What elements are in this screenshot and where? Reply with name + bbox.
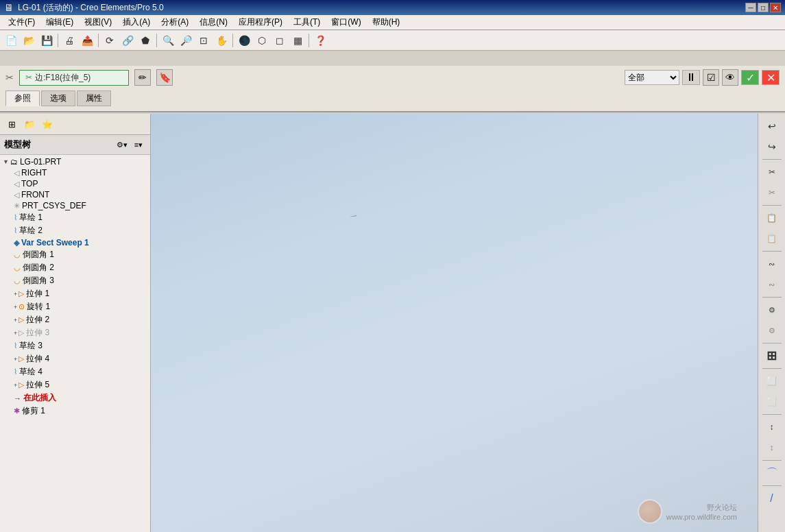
- tree-item-right[interactable]: ◁ RIGHT: [0, 167, 150, 178]
- regenerate-button[interactable]: ⟳: [101, 32, 118, 49]
- tree-item-sketch2[interactable]: ⌇ 草绘 2: [0, 224, 150, 237]
- tree-item-top[interactable]: ◁ TOP: [0, 178, 150, 189]
- export-button[interactable]: 📤: [79, 32, 95, 49]
- pan-button[interactable]: ✋: [213, 32, 230, 49]
- minimize-button[interactable]: ─: [745, 3, 756, 12]
- help-button[interactable]: ❓: [312, 32, 328, 49]
- tree-item-varsweep[interactable]: ◈ Var Sect Sweep 1: [0, 237, 150, 248]
- rotate-btn[interactable]: ↕: [761, 438, 783, 457]
- menu-window[interactable]: 窗口(W): [326, 15, 366, 29]
- expand-icon[interactable]: +: [14, 317, 17, 324]
- checkbox-button[interactable]: ☑: [703, 69, 719, 86]
- sketch-curve-btn[interactable]: ⌒: [761, 463, 783, 483]
- copy-button[interactable]: ✂: [761, 183, 783, 202]
- expand-icon[interactable]: +: [14, 356, 17, 363]
- move-btn[interactable]: ↕: [761, 418, 783, 437]
- menu-insert[interactable]: 插入(A): [117, 15, 156, 29]
- sidebar-icon2[interactable]: 📁: [22, 117, 37, 132]
- tree-item-extrude2[interactable]: + ▷ 拉伸 2: [0, 313, 150, 326]
- print-button[interactable]: 🖨: [61, 32, 77, 49]
- params-btn[interactable]: ∾: [761, 275, 783, 294]
- sidebar-icon1[interactable]: ⊞: [4, 117, 19, 132]
- line-btn[interactable]: /: [761, 489, 783, 508]
- tree-item-extrude5[interactable]: + ▷ 拉伸 5: [0, 378, 150, 391]
- expand-icon[interactable]: +: [14, 304, 17, 311]
- eye-button[interactable]: 👁: [722, 69, 738, 86]
- menu-help[interactable]: 帮助(H): [367, 15, 406, 29]
- relations-button[interactable]: 🔗: [119, 32, 136, 49]
- tree-settings-button[interactable]: ⚙▾: [114, 137, 130, 152]
- restore-button[interactable]: □: [758, 3, 769, 12]
- shading-button[interactable]: 🌑: [236, 32, 252, 49]
- menu-edit[interactable]: 编辑(E): [40, 15, 79, 29]
- feature-panel-top: ✂ ✂ 边:F18(拉伸_5) ✏ 🔖 全部 ⏸ ☑ 👁 ✓ ✕: [0, 66, 785, 89]
- tree-item-repair1[interactable]: ✱ 修剪 1: [0, 404, 150, 418]
- tree-item-insert-here[interactable]: → 在此插入: [0, 391, 150, 404]
- tree-label-varsweep: Var Sect Sweep 1: [21, 238, 89, 247]
- feature-ops-btn[interactable]: ⚙: [761, 300, 783, 319]
- tree-columns-button[interactable]: ≡▾: [131, 137, 146, 152]
- relations-btn[interactable]: ∾: [761, 254, 783, 274]
- tree-item-fillet2[interactable]: ◡ 倒圆角 2: [0, 261, 150, 274]
- layers-button[interactable]: ▦: [289, 32, 306, 49]
- menu-tools[interactable]: 工具(T): [288, 15, 326, 29]
- tree-item-csys[interactable]: ✳ PRT_CSYS_DEF: [0, 200, 150, 211]
- expand-icon[interactable]: +: [14, 291, 17, 298]
- tree-item-revolve1[interactable]: + ⊙ 旋转 1: [0, 300, 150, 313]
- hidden-button[interactable]: ◻: [271, 32, 288, 49]
- tree-item-extrude3[interactable]: + ▷ 拉伸 3: [0, 326, 150, 339]
- tree-label-fillet1: 倒圆角 1: [23, 249, 54, 261]
- tab-options[interactable]: 选项: [41, 90, 75, 106]
- expand-icon[interactable]: +: [14, 330, 17, 337]
- feature-ops2-btn[interactable]: ⚙: [761, 321, 783, 340]
- undo-button[interactable]: ↩: [761, 117, 783, 136]
- wireframe-button[interactable]: ⬡: [254, 32, 270, 49]
- field-bookmark-button[interactable]: 🔖: [156, 69, 173, 86]
- pause-button[interactable]: ⏸: [682, 70, 700, 85]
- insert-here-icon: →: [14, 394, 21, 402]
- redo-button[interactable]: ↪: [761, 137, 783, 156]
- tree-item-extrude4[interactable]: + ▷ 拉伸 4: [0, 352, 150, 365]
- field-pencil-button[interactable]: ✏: [134, 69, 151, 86]
- menu-analysis[interactable]: 分析(A): [156, 15, 194, 29]
- ok-button[interactable]: ✓: [741, 70, 759, 85]
- cut-button[interactable]: ✂: [761, 162, 783, 182]
- menu-app[interactable]: 应用程序(P): [233, 15, 288, 29]
- mirror-btn[interactable]: ⊞: [761, 346, 783, 365]
- menu-view[interactable]: 视图(V): [79, 15, 117, 29]
- tree-label-extrude3: 拉伸 3: [26, 327, 49, 339]
- display3d-button[interactable]: ⬟: [137, 32, 154, 49]
- new-button[interactable]: 📄: [3, 32, 19, 49]
- cancel-button[interactable]: ✕: [762, 70, 780, 85]
- zoom-out-button[interactable]: 🔎: [178, 32, 194, 49]
- separator: [762, 460, 782, 461]
- deselect-btn[interactable]: ⬜: [761, 392, 783, 411]
- expand-icon[interactable]: +: [14, 382, 17, 389]
- close-button[interactable]: ✕: [770, 3, 781, 12]
- select-all-btn[interactable]: ⬜: [761, 372, 783, 391]
- tree-item-sketch4[interactable]: ⌇ 草绘 4: [0, 365, 150, 378]
- tree-item-root[interactable]: ▼ 🗂 LG-01.PRT: [0, 156, 150, 167]
- expand-icon[interactable]: ▼: [3, 158, 9, 165]
- sidebar-icon3[interactable]: ⭐: [40, 117, 55, 132]
- plane-icon2: ◁: [14, 180, 19, 189]
- open-button[interactable]: 📂: [21, 32, 37, 49]
- tab-properties[interactable]: 属性: [77, 90, 111, 106]
- tree-item-front[interactable]: ◁ FRONT: [0, 189, 150, 200]
- paste2-button[interactable]: 📋: [761, 229, 783, 248]
- tab-reference[interactable]: 参照: [5, 90, 40, 106]
- paste-button[interactable]: 📋: [761, 208, 783, 228]
- menu-info[interactable]: 信息(N): [194, 15, 233, 29]
- fullpart-select[interactable]: 全部: [625, 70, 679, 85]
- zoom-in-button[interactable]: 🔍: [160, 32, 176, 49]
- tree-item-fillet1[interactable]: ◡ 倒圆角 1: [0, 248, 150, 261]
- tree-item-sketch1[interactable]: ⌇ 草绘 1: [0, 211, 150, 224]
- viewport[interactable]: 0.00 0.00₊: [151, 114, 758, 532]
- zoom-fit-button[interactable]: ⊡: [195, 32, 212, 49]
- tree-item-sketch3[interactable]: ⌇ 草绘 3: [0, 339, 150, 352]
- save-button[interactable]: 💾: [38, 32, 55, 49]
- feature-field[interactable]: ✂ 边:F18(拉伸_5): [19, 70, 129, 86]
- tree-item-fillet3[interactable]: ◡ 倒圆角 3: [0, 274, 150, 287]
- tree-item-extrude1[interactable]: + ▷ 拉伸 1: [0, 287, 150, 300]
- menu-file[interactable]: 文件(F): [3, 15, 40, 29]
